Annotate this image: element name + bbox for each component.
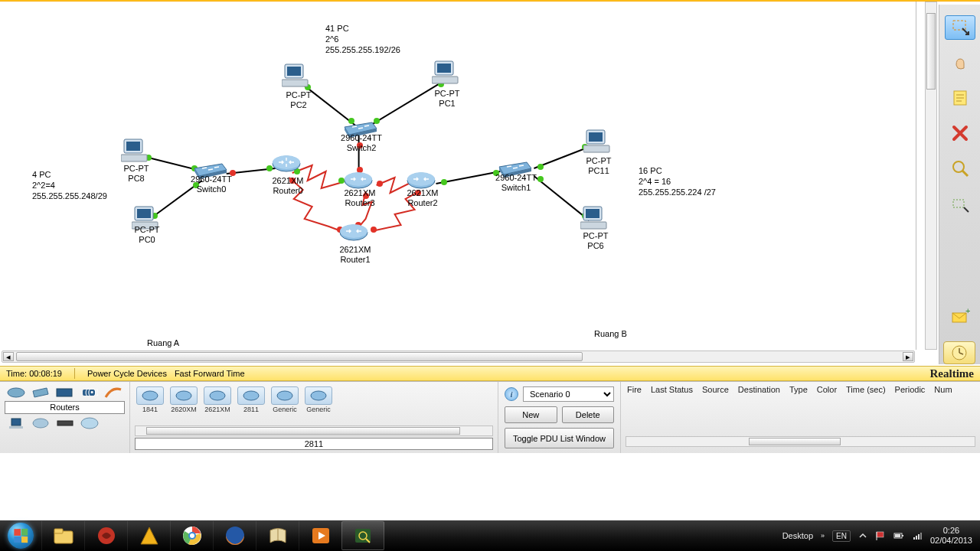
area-a-label: Ruang A <box>147 338 179 347</box>
device-model-generic2[interactable]: Generic <box>305 386 332 413</box>
svg-rect-28 <box>580 222 606 229</box>
note-tool[interactable] <box>945 86 975 110</box>
device-model-2811[interactable]: 2811 <box>237 386 265 413</box>
device-model-2620xm[interactable]: 2620XM <box>170 386 198 413</box>
cat-multi-icon[interactable] <box>80 417 100 429</box>
svg-point-70 <box>142 391 158 400</box>
svg-rect-95 <box>913 537 915 540</box>
start-button[interactable] <box>0 520 41 551</box>
add-simple-pdu[interactable]: + <box>945 305 975 329</box>
scenario-panel: i Scenario 0 New Delete Toggle PDU List … <box>498 382 620 453</box>
cat-custom-icon[interactable] <box>55 417 75 429</box>
selected-model-name: 2811 <box>135 438 493 450</box>
workspace-vscroll[interactable] <box>925 2 937 350</box>
cat-wireless-icon[interactable]: ((•)) <box>79 386 99 399</box>
svg-rect-68 <box>57 421 73 425</box>
note-top[interactable]: 41 PC2^6255.255.255.192/26 <box>325 23 400 55</box>
area-b-label: Ruang B <box>594 329 627 338</box>
device-models-panel: 1841 2620XM 2621XM 2811 Generic Generic … <box>130 382 498 453</box>
svg-rect-94 <box>895 534 900 537</box>
delete-scenario-button[interactable]: Delete <box>562 406 615 423</box>
inspect-tool[interactable] <box>945 156 975 181</box>
tray-clock[interactable]: 0:2602/04/2013 <box>930 526 972 546</box>
taskbar-explorer[interactable] <box>41 521 84 550</box>
pdu-hscroll[interactable] <box>626 436 975 447</box>
svg-rect-93 <box>902 535 903 536</box>
move-tool[interactable] <box>945 51 975 75</box>
show-desktop[interactable]: Desktop <box>782 531 813 540</box>
sim-time: Time: 00:08:19 <box>6 369 62 378</box>
realtime-label: Realtime <box>930 367 974 380</box>
device-category-panel: ((•)) Routers <box>0 382 130 453</box>
device-pc11[interactable] <box>583 129 611 156</box>
pdu-list-panel: FireLast StatusSourceDestinationTypeColo… <box>620 382 980 453</box>
note-left[interactable]: 4 PC2^2=4255.255.255.248/29 <box>32 169 107 201</box>
power-cycle-link[interactable]: Power Cycle Devices <box>87 369 167 378</box>
svg-rect-66 <box>9 426 23 429</box>
cat-wan-icon[interactable] <box>31 417 51 429</box>
cat-end-icon[interactable] <box>6 417 26 429</box>
svg-rect-25 <box>583 145 609 152</box>
device-pc1[interactable] <box>432 60 459 87</box>
cat-connections-icon[interactable] <box>103 386 123 399</box>
models-hscroll[interactable] <box>135 425 493 436</box>
svg-rect-98 <box>920 533 922 540</box>
device-r1[interactable] <box>338 223 369 246</box>
device-model-1841[interactable]: 1841 <box>136 386 164 413</box>
svg-point-61 <box>8 388 24 397</box>
realtime-sim-toggle[interactable] <box>943 341 975 364</box>
svg-line-52 <box>962 171 968 176</box>
device-model-generic1[interactable]: Generic <box>271 386 299 413</box>
device-pc2[interactable] <box>282 63 309 90</box>
svg-point-67 <box>33 419 48 428</box>
info-icon: i <box>505 387 518 401</box>
taskbar-chrome[interactable] <box>170 521 213 550</box>
tray-flag-icon[interactable] <box>875 530 886 541</box>
svg-rect-62 <box>57 389 72 396</box>
windows-taskbar: Desktop » EN 0:2602/04/2013 <box>0 520 980 551</box>
select-tool[interactable] <box>945 15 975 40</box>
cat-routers-icon[interactable] <box>6 386 26 399</box>
taskbar-media[interactable] <box>299 521 341 550</box>
toggle-pdu-list-button[interactable]: Toggle PDU List Window <box>505 428 614 448</box>
svg-point-73 <box>243 391 259 400</box>
simulation-bar: Time: 00:08:19 Power Cycle Devices Fast … <box>0 366 980 381</box>
svg-point-72 <box>210 391 225 400</box>
svg-rect-21 <box>137 209 151 218</box>
svg-rect-16 <box>432 77 458 83</box>
pdu-list-header: FireLast StatusSourceDestinationTypeColo… <box>621 382 980 397</box>
svg-point-75 <box>311 391 326 400</box>
device-model-2621xm[interactable]: 2621XM <box>204 386 231 413</box>
svg-rect-15 <box>437 64 451 73</box>
svg-point-43 <box>407 172 435 186</box>
device-pc6[interactable] <box>580 205 608 233</box>
device-r0[interactable] <box>271 155 302 178</box>
workspace-canvas[interactable]: 41 PC2^6255.255.255.192/26 4 PC2^2=4255.… <box>0 2 916 350</box>
delete-tool[interactable] <box>945 121 975 145</box>
taskbar-packettracer-active[interactable] <box>341 521 384 550</box>
scenario-select[interactable]: Scenario 0 <box>523 386 614 402</box>
workspace-hscroll[interactable]: ◂▸ <box>2 350 915 363</box>
taskbar-firefox[interactable] <box>213 521 256 550</box>
tray-arrow-icon[interactable] <box>858 531 867 540</box>
device-pc8[interactable] <box>121 138 149 165</box>
svg-point-69 <box>81 418 98 429</box>
fast-forward-link[interactable]: Fast Forward Time <box>175 369 245 378</box>
new-scenario-button[interactable]: New <box>505 406 557 423</box>
svg-rect-53 <box>953 200 964 207</box>
taskbar-app-yellow[interactable] <box>127 521 170 550</box>
right-toolbar: + + <box>939 5 980 364</box>
svg-point-74 <box>277 391 292 400</box>
cat-switches-icon[interactable] <box>31 386 51 399</box>
language-indicator[interactable]: EN <box>832 530 851 542</box>
svg-rect-27 <box>586 209 599 218</box>
tray-battery-icon[interactable] <box>893 530 904 541</box>
taskbar-app-red[interactable] <box>84 521 127 550</box>
svg-point-45 <box>340 224 368 238</box>
cat-hubs-icon[interactable] <box>55 386 75 399</box>
taskbar-reader[interactable] <box>256 521 299 550</box>
resize-tool[interactable] <box>945 191 975 216</box>
note-right[interactable]: 16 PC2^4 = 16255.255.255.224 /27 <box>639 165 716 197</box>
svg-rect-97 <box>918 534 920 540</box>
tray-network-icon[interactable] <box>912 530 923 541</box>
